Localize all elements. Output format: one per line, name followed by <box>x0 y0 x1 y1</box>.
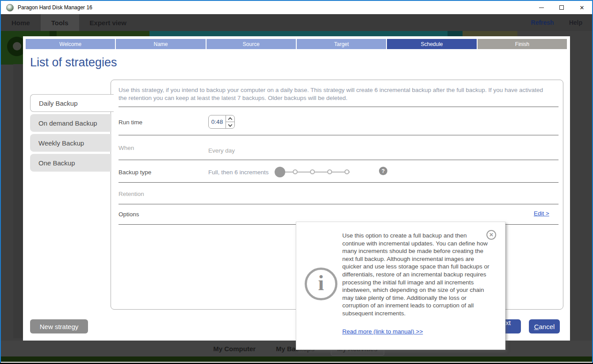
slider-dot-3[interactable] <box>310 169 315 174</box>
strategy-tab-list: Daily BackupOn demand BackupWeekly Backu… <box>30 94 112 174</box>
run-time-spinner[interactable]: 0:48 <box>208 115 235 129</box>
minimize-button[interactable] <box>531 1 551 14</box>
info-icon: i <box>305 268 337 300</box>
title-bar: Paragon Hard Disk Manager 16 ✕ <box>1 1 592 14</box>
backup-type-label: Backup type <box>119 169 151 176</box>
chevron-up-icon <box>228 117 233 121</box>
nav-tab-expert-view[interactable]: Expert view <box>79 14 137 31</box>
app-window: Home Tools Expert view Refresh Help My C… <box>0 0 593 364</box>
bg-green-strip-overlay <box>1 356 592 362</box>
strategy-tab-one-backup[interactable]: One Backup <box>30 154 111 172</box>
wizard-steps: Welcome Name Source Target Schedule Fini… <box>26 39 567 49</box>
divider <box>119 182 559 183</box>
window-title: Paragon Hard Disk Manager 16 <box>18 4 92 11</box>
schedule-wizard-dialog: Welcome Name Source Target Schedule Fini… <box>23 36 570 341</box>
step-welcome: Welcome <box>26 39 115 49</box>
spinner-down-button[interactable] <box>226 122 234 128</box>
maximize-icon <box>559 5 564 10</box>
new-strategy-button[interactable]: New strategy <box>30 319 88 333</box>
main-nav-bar: Home Tools Expert view Refresh Help <box>1 14 592 31</box>
nav-tab-tools[interactable]: Tools <box>41 14 79 31</box>
step-finish: Finish <box>478 39 567 49</box>
strategy-description: Use this strategy, if you intend to back… <box>119 86 553 102</box>
close-icon: ✕ <box>580 4 585 11</box>
tooltip-text: Use this option to create a full backup … <box>342 232 491 318</box>
maximize-button[interactable] <box>551 1 572 14</box>
slider-dot-5[interactable] <box>344 169 349 174</box>
spinner-up-button[interactable] <box>226 115 234 122</box>
step-name: Name <box>116 39 205 49</box>
divider <box>119 160 559 160</box>
close-button[interactable]: ✕ <box>572 1 592 14</box>
cancel-label-post: ancel <box>539 323 555 330</box>
options-edit-link[interactable]: Edit > <box>534 210 549 217</box>
run-time-label: Run time <box>119 119 142 126</box>
slider-dot-2[interactable] <box>293 169 298 174</box>
step-schedule: Schedule <box>387 39 476 49</box>
help-link[interactable]: Help <box>569 19 582 26</box>
cancel-label-key: C <box>534 323 539 330</box>
when-label: When <box>119 145 134 151</box>
strategy-detail-panel: Use this strategy, if you intend to back… <box>111 80 563 310</box>
options-label: Options <box>119 211 139 218</box>
strategy-tab-on-demand-backup[interactable]: On demand Backup <box>30 114 111 132</box>
refresh-link[interactable]: Refresh <box>531 19 554 26</box>
backup-type-slider[interactable] <box>275 166 354 178</box>
run-time-value[interactable]: 0:48 <box>209 115 226 128</box>
divider <box>119 204 559 204</box>
chevron-down-icon <box>228 123 233 127</box>
backup-type-value: Full, then 6 increments <box>208 169 269 176</box>
read-more-link[interactable]: Read more (link to manual) >> <box>342 328 423 335</box>
divider <box>119 135 559 135</box>
slider-dot-1[interactable] <box>275 167 285 177</box>
divider <box>119 107 559 107</box>
retention-label: Retention <box>119 191 144 197</box>
minimize-icon <box>539 8 544 8</box>
cancel-button[interactable]: Cancel <box>529 319 560 333</box>
view-tab-my-computer[interactable]: My Computer <box>209 342 260 355</box>
backup-type-info-tooltip: ✕ i Use this option to create a full bac… <box>296 222 505 350</box>
paragon-app-icon <box>6 4 14 11</box>
page-title: List of strategies <box>30 56 117 69</box>
when-value: Every day <box>208 147 235 154</box>
step-target: Target <box>297 39 386 49</box>
step-source: Source <box>207 39 296 49</box>
strategy-tab-daily-backup[interactable]: Daily Backup <box>30 94 114 112</box>
nav-tab-home[interactable]: Home <box>1 14 41 31</box>
slider-dot-4[interactable] <box>327 169 332 174</box>
strategy-tab-weekly-backup[interactable]: Weekly Backup <box>30 134 111 152</box>
help-icon[interactable]: ? <box>379 167 387 175</box>
bg-left-panel-edge <box>13 64 24 338</box>
